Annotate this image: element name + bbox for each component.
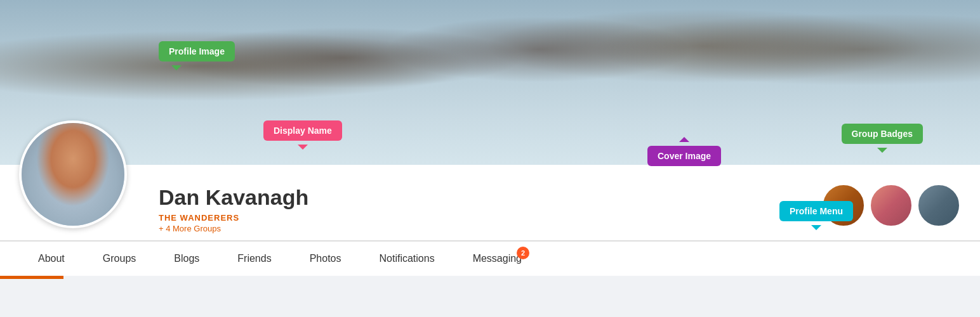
nav-item-photos[interactable]: Photos: [291, 242, 361, 276]
cover-photo: Profile Image Display Name Cover Image G…: [0, 0, 980, 165]
nav-item-about[interactable]: About: [19, 242, 84, 276]
more-groups-link[interactable]: + 4 More Groups: [159, 224, 221, 233]
group-badges-tooltip: Group Badges: [842, 124, 923, 144]
profile-section: Dan Kavanagh THE WANDERERS + 4 More Grou…: [0, 165, 980, 241]
avatar-image: [22, 123, 124, 226]
nav-item-notifications[interactable]: Notifications: [360, 242, 453, 276]
orange-bar: [0, 276, 63, 279]
badge-image-2[interactable]: [869, 183, 913, 228]
nav-bar: About Groups Blogs Friends Photos Notifi…: [0, 241, 980, 276]
cover-wrapper: Profile Image Display Name Cover Image G…: [0, 0, 980, 279]
display-name-tooltip: Display Name: [263, 120, 342, 141]
cover-image-tooltip: Cover Image: [647, 146, 721, 166]
avatar[interactable]: [19, 120, 127, 228]
messaging-badge: 2: [517, 247, 529, 259]
nav-item-messaging[interactable]: Messaging 2: [454, 242, 541, 276]
profile-image-tooltip: Profile Image: [159, 41, 235, 61]
nav-item-groups[interactable]: Groups: [84, 242, 155, 276]
badge-image-3[interactable]: [917, 183, 961, 228]
nav-item-blogs[interactable]: Blogs: [155, 242, 218, 276]
profile-menu-tooltip: Profile Menu: [779, 201, 853, 221]
nav-item-friends[interactable]: Friends: [218, 242, 290, 276]
